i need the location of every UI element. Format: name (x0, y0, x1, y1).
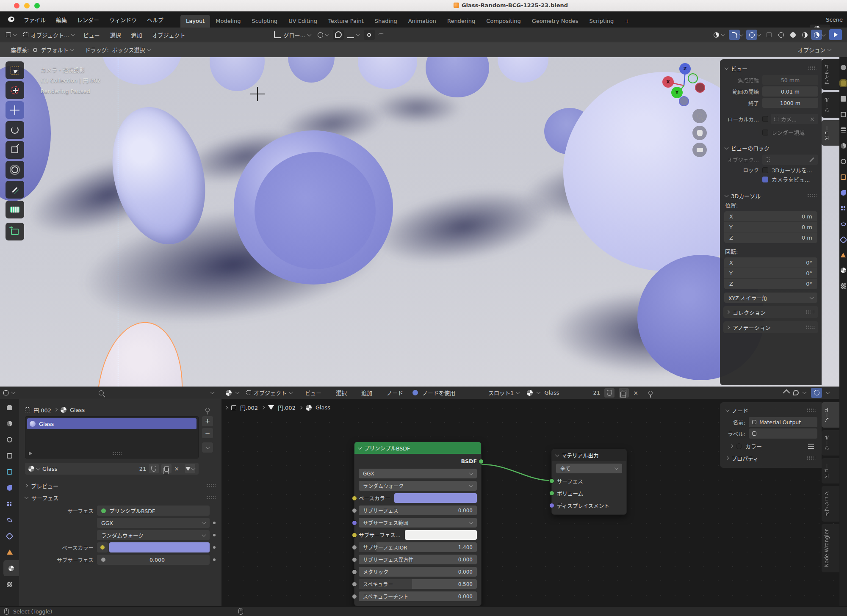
panel-grip[interactable] (206, 483, 216, 488)
metallic-socket[interactable] (352, 569, 357, 575)
node-properties-panel-header[interactable]: プロパティ (724, 453, 817, 464)
surface-panel-header[interactable]: サーフェス (25, 492, 216, 503)
node-panel-header[interactable]: ノード (724, 405, 817, 416)
base-color-swatch[interactable] (109, 542, 210, 552)
shading-rendered-button[interactable] (811, 30, 822, 40)
metallic-slider[interactable]: メタリック0.000 (359, 567, 477, 577)
sss-color-swatch[interactable] (405, 530, 477, 540)
disc-object[interactable] (498, 57, 548, 83)
subsurface-socket[interactable] (352, 508, 357, 513)
bsdf-node-header[interactable]: プリンシプルBSDF (354, 442, 481, 454)
strip-scene-icon[interactable] (841, 143, 846, 149)
strip-modifiers-icon[interactable] (841, 190, 846, 196)
radius-dropdown[interactable]: サブサーフェス範囲 (359, 518, 477, 528)
add-workspace-button[interactable]: + (619, 15, 635, 28)
zoom-button[interactable] (692, 109, 707, 123)
chevron-down-icon[interactable] (36, 466, 41, 470)
cursor-location-y[interactable]: Y0 m (724, 222, 817, 232)
tab-render[interactable] (0, 399, 19, 415)
cursor-rotation-y[interactable]: Y0° (724, 268, 817, 279)
cursor-rotation-x[interactable]: X0° (724, 257, 817, 268)
panel-grip[interactable] (807, 66, 817, 70)
workspace-tab-layout[interactable]: Layout (180, 15, 210, 28)
slot-list-expand-icon[interactable] (29, 451, 32, 456)
cursor-location-z[interactable]: Z0 m (724, 232, 817, 243)
strip-object-icon[interactable] (841, 174, 846, 180)
shading-material-button[interactable] (799, 30, 810, 40)
node-tab-node[interactable]: ノード (822, 402, 839, 428)
gizmo-toggle[interactable] (729, 30, 740, 40)
animate-dot[interactable] (213, 558, 216, 561)
lock-object-field[interactable] (762, 155, 818, 165)
clip-start-field[interactable]: 0.01 m (762, 86, 818, 97)
material-specials-button[interactable] (185, 464, 195, 473)
zoom-window-button[interactable] (34, 3, 40, 8)
bsdf-output-socket[interactable] (479, 459, 484, 464)
strip-render-icon[interactable] (841, 96, 846, 102)
render-play-button[interactable] (829, 29, 842, 40)
proportional-falloff[interactable] (376, 30, 387, 40)
visibility-dropdown[interactable] (710, 30, 728, 39)
tab-texture[interactable] (0, 576, 19, 592)
local-camera-field[interactable]: カメ... × (771, 114, 818, 124)
chevron-right-icon[interactable] (730, 444, 733, 447)
mode-selector[interactable]: オブジェクト... (20, 29, 78, 41)
tab-material[interactable] (3, 560, 19, 576)
viewport-menu-select[interactable]: 選択 (105, 27, 126, 43)
shading-wireframe-button[interactable] (775, 30, 786, 40)
subsurface-field[interactable]: 0.000 (97, 555, 210, 565)
view-panel-header[interactable]: ビュー (723, 63, 818, 74)
radius-socket[interactable] (352, 520, 357, 525)
panel-grip[interactable] (807, 193, 817, 198)
preview-panel-header[interactable]: プレビュー (25, 480, 216, 492)
node-name-field[interactable]: Material Output (749, 417, 817, 427)
disc-object[interactable] (234, 130, 393, 285)
subsurface-method-dropdown[interactable]: ランダムウォーク (97, 530, 210, 540)
slot-specials-button[interactable] (202, 442, 213, 453)
collection-panel-header[interactable]: コレクション (723, 306, 818, 318)
panel-grip[interactable] (806, 408, 816, 412)
scene-name[interactable]: Scene (826, 11, 843, 28)
tab-world[interactable] (0, 431, 19, 447)
color-presets-icon[interactable] (808, 444, 814, 449)
drag-mode-selector[interactable]: ボックス選択 (109, 44, 154, 55)
cursor-location-x[interactable]: X0 m (724, 211, 817, 222)
viewport-3d[interactable]: カメラ・透視投影 (1) Collection | 円.002 Renderin… (0, 57, 839, 387)
shading-solid-button[interactable] (787, 30, 798, 40)
move-tool[interactable] (6, 101, 24, 119)
local-camera-checkbox[interactable] (762, 116, 768, 122)
workspace-tab-animation[interactable]: Animation (403, 15, 442, 28)
viewport-menu-add[interactable]: 追加 (126, 27, 147, 43)
unlink-material-button[interactable]: × (174, 466, 179, 472)
workspace-tab-scripting[interactable]: Scripting (584, 15, 619, 28)
workspace-tab-modeling[interactable]: Modeling (210, 15, 246, 28)
disc-object[interactable] (210, 57, 265, 91)
annotate-tool[interactable] (6, 181, 24, 199)
aniso-slider[interactable]: サブサーフェス異方性0.000 (359, 555, 477, 564)
list-resize-grip[interactable] (112, 451, 122, 456)
annotation-panel-header[interactable]: アノテーション (723, 321, 818, 333)
disc-object-selected[interactable] (90, 318, 189, 387)
workspace-tab-sculpting[interactable]: Sculpting (246, 15, 283, 28)
material-name[interactable]: Glass (42, 466, 57, 472)
close-window-button[interactable] (14, 3, 19, 8)
tab-object[interactable] (0, 464, 19, 480)
strip-tool-icon[interactable] (841, 65, 846, 70)
strip-world-icon[interactable] (841, 159, 846, 164)
spec-tint-slider[interactable]: スペキュラーチント0.000 (359, 591, 477, 601)
workspace-tab-uv-editing[interactable]: UV Editing (283, 15, 323, 28)
eyedropper-icon[interactable] (809, 157, 814, 162)
disc-object[interactable] (102, 57, 182, 85)
menu-file[interactable]: ファイル (19, 11, 51, 28)
chevron-down-icon[interactable] (210, 390, 215, 394)
disc-object[interactable] (288, 57, 335, 83)
ior-socket[interactable] (352, 545, 357, 550)
blender-logo-icon[interactable] (5, 16, 14, 23)
workspace-tab-shading[interactable]: Shading (369, 15, 403, 28)
camera-to-view-checkbox[interactable] (762, 177, 768, 182)
select-box-tool[interactable] (6, 61, 24, 79)
tab-scene[interactable] (0, 415, 19, 431)
strip-object-data-icon[interactable] (841, 253, 846, 257)
pin-icon[interactable] (205, 408, 210, 412)
axis-z-button[interactable]: Z (679, 63, 691, 75)
